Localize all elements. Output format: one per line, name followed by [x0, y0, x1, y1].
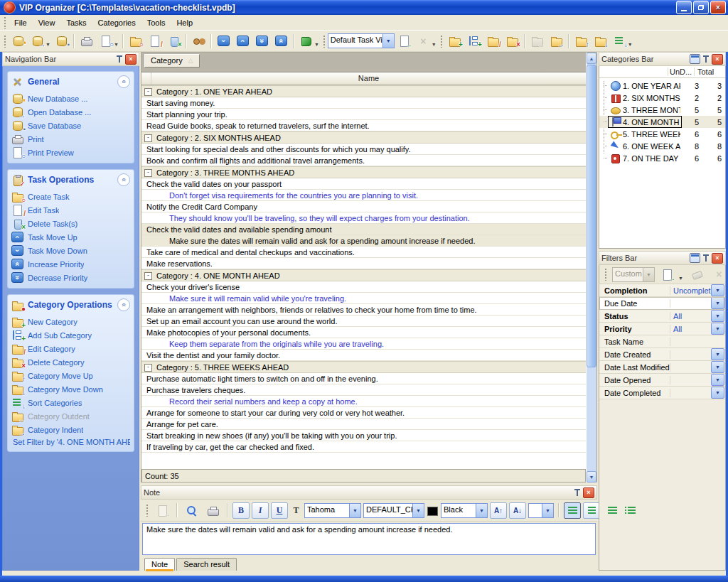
- task-row[interactable]: Arrange for someone to start your car du…: [141, 407, 586, 419]
- task-note-row[interactable]: Make sure it will remain valid while you…: [141, 293, 586, 304]
- note-text[interactable]: Make sure the dates will remain valid an…: [142, 523, 596, 555]
- chevron-down-icon[interactable]: ▼: [678, 276, 683, 281]
- task-row[interactable]: Read Guide books, speak to returned trav…: [141, 120, 586, 131]
- category-item-2-six-months-ahead[interactable]: 2. SIX MONTHS AHEAD22: [599, 92, 725, 104]
- task-view-combo[interactable]: Default Task View▼: [328, 33, 395, 48]
- bold-button[interactable]: B: [232, 502, 250, 519]
- category-item-6-one-week-ahead[interactable]: 6. ONE WEEK AHEAD88: [599, 140, 725, 152]
- nav-item-task-move-up[interactable]: ‹Task Move Up: [11, 230, 131, 244]
- collapse-chevron-icon[interactable]: «: [117, 298, 130, 311]
- font-size-combo[interactable]: ▼: [528, 503, 554, 518]
- chevron-down-icon[interactable]: ▼: [711, 387, 724, 399]
- scroll-up-icon[interactable]: ▲: [587, 53, 596, 64]
- task-row[interactable]: Visit the dentist and your family doctor…: [141, 350, 586, 361]
- category-group-row[interactable]: -Category : 3. THREE MONTHS AHEAD: [141, 166, 586, 178]
- chevron-down-icon[interactable]: ▼: [711, 374, 724, 386]
- collapse-box-icon[interactable]: -: [144, 88, 152, 96]
- vertical-scrollbar[interactable]: ▲ ▼: [586, 53, 596, 483]
- apply-view-button[interactable]: →: [395, 32, 414, 50]
- task-row[interactable]: Make reservations.: [141, 258, 586, 269]
- task-note-row[interactable]: Don't forget visa requirements for the c…: [141, 190, 586, 201]
- category-item-5-three-weeks-ahead[interactable]: 5. THREE WEEKS AHEAD66: [599, 128, 725, 140]
- filter-row-completion[interactable]: CompletionUncompleted▼: [599, 284, 725, 297]
- nav-group-header-task-operations[interactable]: ✓Task Operations«: [11, 172, 131, 190]
- category-group-row[interactable]: -Category : 2. SIX MONTHS AHEAD: [141, 131, 586, 144]
- chevron-down-icon[interactable]: ▼: [349, 504, 360, 517]
- nav-group-header-category-operations[interactable]: ●Category Operations«: [11, 297, 131, 315]
- task-row[interactable]: Book and confirm all flights and additio…: [141, 155, 586, 166]
- apply-note-button[interactable]: →: [153, 502, 172, 519]
- undone-column-header[interactable]: UnD...: [668, 68, 694, 76]
- nav-item-task-move-down[interactable]: ›Task Move Down: [11, 244, 131, 257]
- note-preview-button[interactable]: [182, 502, 201, 519]
- create-task-button[interactable]: ○: [126, 32, 145, 50]
- nav-item-delete-task-s[interactable]: ×Delete Task(s): [11, 217, 131, 230]
- align-left-button[interactable]: [564, 502, 581, 519]
- nav-group-header-general[interactable]: General«: [11, 74, 131, 92]
- tab-note[interactable]: Note: [144, 558, 175, 571]
- category-move-up-button[interactable]: ↑: [572, 32, 591, 50]
- menu-categories[interactable]: Categories: [92, 16, 141, 29]
- menu-view[interactable]: View: [33, 16, 61, 29]
- menu-tasks[interactable]: Tasks: [60, 16, 92, 29]
- task-row[interactable]: Make an arrangement with neighbors, frie…: [141, 304, 586, 316]
- minimize-button[interactable]: [676, 1, 692, 14]
- nav-item-print-preview[interactable]: ○Print Preview: [11, 146, 131, 159]
- filter-preset-combo[interactable]: Custom ▼: [612, 267, 655, 282]
- decrease-font-button[interactable]: A↓: [509, 502, 526, 519]
- align-center-button[interactable]: [583, 502, 600, 519]
- pin-icon[interactable]: [116, 55, 123, 63]
- clear-view-button[interactable]: ×: [414, 32, 433, 50]
- collapse-box-icon[interactable]: -: [144, 272, 152, 280]
- nav-item-category-move-up[interactable]: ↑Category Move Up: [11, 369, 131, 382]
- collapse-box-icon[interactable]: -: [144, 134, 152, 142]
- sort-categories-button[interactable]: ↓: [610, 32, 629, 50]
- group-by-category-button[interactable]: Category △: [144, 54, 200, 68]
- nav-item-category-indent[interactable]: →Category Indent: [11, 423, 131, 436]
- nav-item-edit-task[interactable]: /Edit Task: [11, 203, 131, 217]
- notes-view-button[interactable]: [296, 32, 316, 50]
- total-column-header[interactable]: Total: [694, 68, 725, 76]
- menu-tools[interactable]: Tools: [141, 16, 171, 29]
- collapse-chevron-icon[interactable]: «: [117, 75, 130, 88]
- close-icon[interactable]: ×: [712, 54, 723, 65]
- erase-filter-button[interactable]: [687, 266, 707, 284]
- category-item-1-one-year-ahead[interactable]: 1. ONE YEAR AHEAD33: [599, 80, 725, 92]
- nav-item-create-task[interactable]: ○Create Task: [11, 190, 131, 203]
- edit-task-button[interactable]: /: [145, 32, 164, 50]
- task-row[interactable]: Start saving money.: [141, 97, 586, 109]
- task-row[interactable]: Set up an email account you can use arou…: [141, 316, 586, 327]
- category-item-4-one-month-ahead[interactable]: 4. ONE MONTH AHEAD55: [599, 116, 725, 128]
- task-row[interactable]: Start planning your trip.: [141, 109, 586, 120]
- nav-item-new-category[interactable]: +New Category: [11, 315, 131, 328]
- collapse-box-icon[interactable]: -: [144, 169, 152, 177]
- nav-item-delete-category[interactable]: ×Delete Category: [11, 355, 131, 369]
- new-category-button[interactable]: +: [445, 32, 464, 50]
- filter-row-status[interactable]: StatusAll▼: [599, 310, 725, 323]
- nav-item-decrease-priority[interactable]: »Decrease Priority: [11, 271, 131, 284]
- filter-row-task-name[interactable]: Task Name: [599, 335, 725, 348]
- filter-row-due-date[interactable]: Due Date▼: [599, 297, 725, 310]
- note-print-button[interactable]: [203, 502, 223, 519]
- close-icon[interactable]: ×: [125, 54, 136, 65]
- edit-category-button[interactable]: /: [483, 32, 503, 50]
- increase-priority-button[interactable]: «: [272, 32, 291, 50]
- pin-icon[interactable]: [574, 488, 581, 497]
- category-item-7-on-the-day[interactable]: 7. ON THE DAY66: [599, 152, 725, 164]
- nav-item-open-database[interactable]: →Open Database ...: [11, 105, 131, 119]
- maximize-panel-icon[interactable]: [690, 253, 700, 263]
- delete-task-button[interactable]: ×: [164, 32, 183, 50]
- filter-row-date-opened[interactable]: Date Opened▼: [599, 374, 725, 387]
- chevron-down-icon[interactable]: ▼: [711, 323, 724, 335]
- find-button[interactable]: [189, 32, 208, 50]
- collapse-box-icon[interactable]: -: [144, 364, 152, 372]
- new-database-button[interactable]: *: [9, 32, 28, 50]
- filter-row-priority[interactable]: PriorityAll▼: [599, 323, 725, 335]
- underline-button[interactable]: U: [271, 502, 288, 519]
- chevron-down-icon[interactable]: ▼: [412, 504, 424, 517]
- chevron-down-icon[interactable]: ▼: [382, 34, 394, 48]
- italic-button[interactable]: I: [252, 502, 269, 519]
- print-preview-button[interactable]: ○: [96, 32, 115, 50]
- task-move-down-button[interactable]: ›: [214, 32, 233, 50]
- menu-help[interactable]: Help: [171, 16, 198, 29]
